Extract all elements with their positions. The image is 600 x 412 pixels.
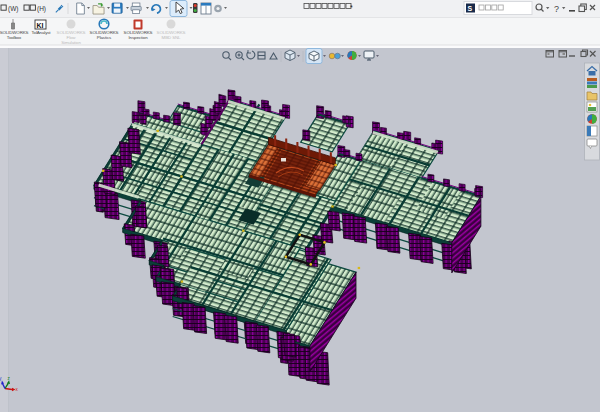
svg-text:Plastics: Plastics <box>97 35 112 40</box>
svg-text:?: ? <box>554 4 559 14</box>
svg-text:*: * <box>350 4 353 11</box>
svg-text:MBD SNL: MBD SNL <box>162 35 181 40</box>
svg-text:KI: KI <box>37 22 44 29</box>
svg-text:(W): (W) <box>8 5 18 13</box>
svg-text:Simulation: Simulation <box>61 40 81 45</box>
svg-text:Toolbox: Toolbox <box>7 35 22 40</box>
svg-text:S: S <box>468 5 473 12</box>
svg-text:Inspection: Inspection <box>128 35 148 40</box>
svg-text:(H): (H) <box>37 5 46 13</box>
svg-text:TolAnalyst: TolAnalyst <box>31 30 51 35</box>
